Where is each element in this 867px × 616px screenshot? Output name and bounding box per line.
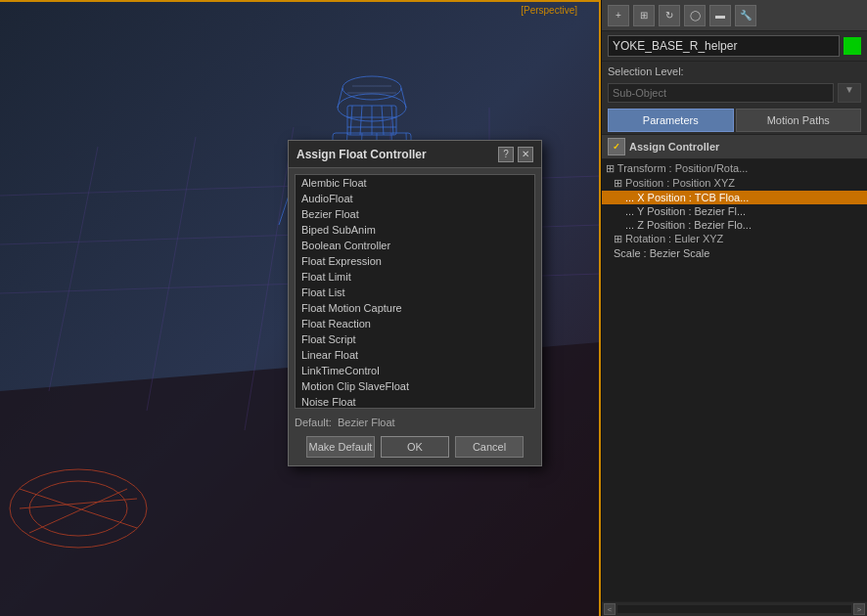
assign-controller-header: ✓ Assign Controller	[602, 135, 867, 159]
svg-text:[Perspective]: [Perspective]	[521, 5, 577, 16]
assign-float-controller-dialog[interactable]: Assign Float Controller ? ✕ Alembic Floa…	[288, 140, 542, 466]
panel-tabs: Parameters Motion Paths	[602, 107, 867, 135]
controller-list-item[interactable]: Float Script	[296, 331, 534, 347]
controller-list-item[interactable]: LinkTimeControl	[296, 363, 534, 378]
scroll-left-btn[interactable]: <	[604, 603, 616, 615]
assign-controller-title: Assign Controller	[629, 141, 719, 153]
tree-item[interactable]: ... X Position : TCB Floa...	[602, 191, 867, 204]
dialog-titlebar: Assign Float Controller ? ✕	[289, 141, 541, 168]
subobject-input[interactable]	[608, 83, 834, 103]
active-indicator	[844, 37, 861, 55]
controller-list-item[interactable]: AudioFloat	[296, 191, 534, 206]
controller-list-item[interactable]: Noise Float	[296, 394, 534, 409]
tree-item[interactable]: Scale : Bezier Scale	[602, 246, 867, 260]
scale-button[interactable]: ◯	[684, 5, 706, 26]
tree-item[interactable]: ⊞ Position : Position XYZ	[602, 176, 867, 191]
controller-list-item[interactable]: Float Limit	[296, 269, 534, 285]
controller-list-item[interactable]: Biped SubAnim	[296, 222, 534, 238]
controller-list-item[interactable]: Float Expression	[296, 253, 534, 269]
controller-list-item[interactable]: Float Motion Capture	[296, 300, 534, 316]
controller-list-item[interactable]: Float Reaction	[296, 316, 534, 331]
dialog-help-button[interactable]: ?	[498, 147, 514, 162]
h-scroll-track	[617, 605, 851, 613]
add-button[interactable]: +	[608, 5, 629, 26]
selection-level-label: Selection Level:	[602, 62, 867, 81]
dialog-title-buttons: ? ✕	[498, 147, 533, 162]
controller-list-item[interactable]: Float List	[296, 285, 534, 300]
tree-item[interactable]: ... Y Position : Bezier Fl...	[602, 204, 867, 218]
controller-tree[interactable]: ⊞ Transform : Position/Rota...⊞ Position…	[602, 159, 867, 601]
rotate-button[interactable]: ↻	[659, 5, 680, 26]
svg-rect-68	[0, 0, 601, 2]
tab-parameters[interactable]: Parameters	[608, 109, 734, 132]
controller-list-item[interactable]: Bezier Float	[296, 206, 534, 222]
cancel-button[interactable]: Cancel	[455, 436, 524, 458]
tab-motion-paths[interactable]: Motion Paths	[736, 109, 862, 132]
settings-button[interactable]: 🔧	[735, 5, 756, 26]
object-name-input[interactable]	[608, 35, 840, 57]
default-row: Default: Bezier Float	[295, 415, 535, 430]
default-label: Default:	[295, 417, 332, 428]
dialog-buttons: Make Default OK Cancel	[295, 436, 535, 460]
dialog-close-button[interactable]: ✕	[518, 147, 533, 162]
tree-item[interactable]: ⊞ Rotation : Euler XYZ	[602, 232, 867, 246]
right-panel: + ⊞ ↻ ◯ ▬ 🔧 Selection Level: ▼ Parameter…	[601, 0, 867, 616]
controller-list-item[interactable]: Motion Clip SlaveFloat	[296, 378, 534, 394]
toolbar: + ⊞ ↻ ◯ ▬ 🔧	[602, 0, 867, 31]
ok-button[interactable]: OK	[381, 436, 449, 458]
default-value: Bezier Float	[338, 417, 395, 428]
move-button[interactable]: ⊞	[633, 5, 655, 26]
controller-list-item[interactable]: Boolean Controller	[296, 238, 534, 253]
subobject-row: ▼	[602, 81, 867, 107]
dialog-body: Alembic FloatAudioFloatBezier FloatBiped…	[289, 168, 541, 465]
controller-list-item[interactable]: Linear Float	[296, 347, 534, 363]
scroll-right-btn[interactable]: >	[853, 603, 865, 615]
assign-controller-icon: ✓	[608, 138, 625, 155]
assign-controller-section: ✓ Assign Controller ⊞ Transform : Positi…	[602, 135, 867, 616]
controller-list[interactable]: Alembic FloatAudioFloatBezier FloatBiped…	[295, 174, 535, 409]
subobject-dropdown[interactable]: ▼	[838, 83, 861, 103]
rect-button[interactable]: ▬	[709, 5, 731, 26]
dialog-title: Assign Float Controller	[297, 148, 427, 161]
tree-item[interactable]: ... Z Position : Bezier Flo...	[602, 218, 867, 232]
controller-list-item[interactable]: Alembic Float	[296, 175, 534, 191]
tree-item[interactable]: ⊞ Transform : Position/Rota...	[602, 161, 867, 176]
make-default-button[interactable]: Make Default	[306, 436, 375, 458]
name-row	[602, 31, 867, 62]
panel-scrollbar-row: < >	[602, 601, 867, 616]
